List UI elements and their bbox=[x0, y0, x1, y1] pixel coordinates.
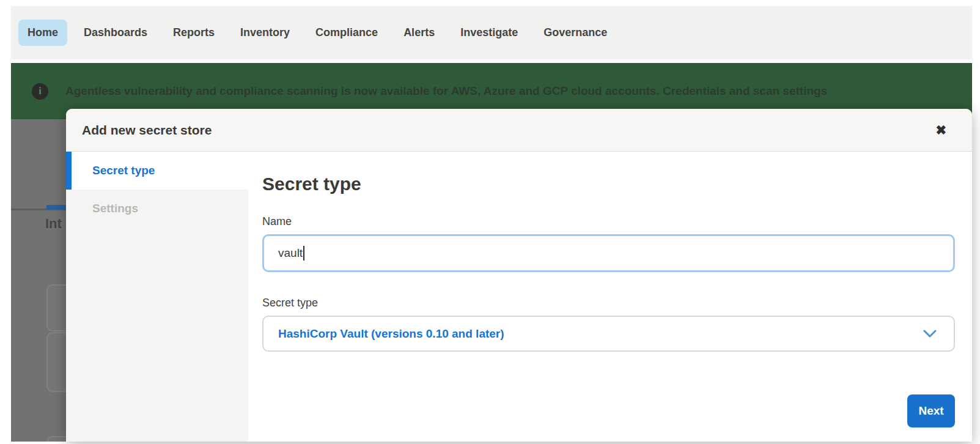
secret-type-select[interactable]: HashiCorp Vault (versions 0.10 and later… bbox=[262, 316, 955, 352]
content-heading: Secret type bbox=[262, 174, 955, 194]
modal-body: Secret type Settings Secret type Name va… bbox=[66, 152, 972, 442]
nav-item-inventory[interactable]: Inventory bbox=[231, 20, 299, 46]
nav-item-investigate[interactable]: Investigate bbox=[451, 20, 527, 46]
nav-item-dashboards[interactable]: Dashboards bbox=[75, 20, 157, 46]
dimmed-background-page: Int bbox=[11, 119, 66, 442]
nav-item-home[interactable]: Home bbox=[18, 20, 67, 46]
name-field-label: Name bbox=[262, 215, 955, 228]
secret-type-selected-value: HashiCorp Vault (versions 0.10 and later… bbox=[278, 327, 504, 341]
name-input-value: vault bbox=[278, 246, 303, 260]
step-settings[interactable]: Settings bbox=[66, 190, 248, 228]
nav-item-reports[interactable]: Reports bbox=[164, 20, 224, 46]
nav-item-alerts[interactable]: Alerts bbox=[394, 20, 444, 46]
close-icon[interactable]: ✖ bbox=[935, 124, 946, 136]
next-button[interactable]: Next bbox=[907, 394, 955, 427]
modal-content: Secret type Name vault Secret type Hashi… bbox=[248, 152, 972, 442]
top-nav: Home Dashboards Reports Inventory Compli… bbox=[11, 6, 972, 59]
name-input[interactable]: vault bbox=[262, 234, 955, 272]
step-label: Settings bbox=[92, 202, 138, 215]
background-card bbox=[46, 436, 66, 442]
background-card bbox=[46, 332, 66, 392]
secret-type-field-label: Secret type bbox=[262, 297, 955, 309]
modal-header: Add new secret store ✖ bbox=[66, 109, 972, 152]
chevron-down-icon bbox=[923, 330, 937, 338]
step-secret-type[interactable]: Secret type bbox=[66, 152, 248, 190]
background-active-tab-underline bbox=[46, 205, 66, 210]
step-label: Secret type bbox=[92, 164, 155, 177]
text-cursor bbox=[303, 246, 304, 261]
info-icon: i bbox=[32, 83, 48, 100]
nav-item-governance[interactable]: Governance bbox=[534, 20, 616, 46]
announcement-text: Agentless vulnerability and compliance s… bbox=[65, 84, 827, 98]
modal-title: Add new secret store bbox=[82, 123, 212, 138]
background-card bbox=[46, 284, 66, 331]
nav-item-compliance[interactable]: Compliance bbox=[306, 20, 387, 46]
modal-step-sidebar: Secret type Settings bbox=[66, 152, 248, 442]
background-page-heading-truncated: Int bbox=[45, 216, 62, 232]
add-secret-store-modal: Add new secret store ✖ Secret type Setti… bbox=[66, 109, 972, 442]
